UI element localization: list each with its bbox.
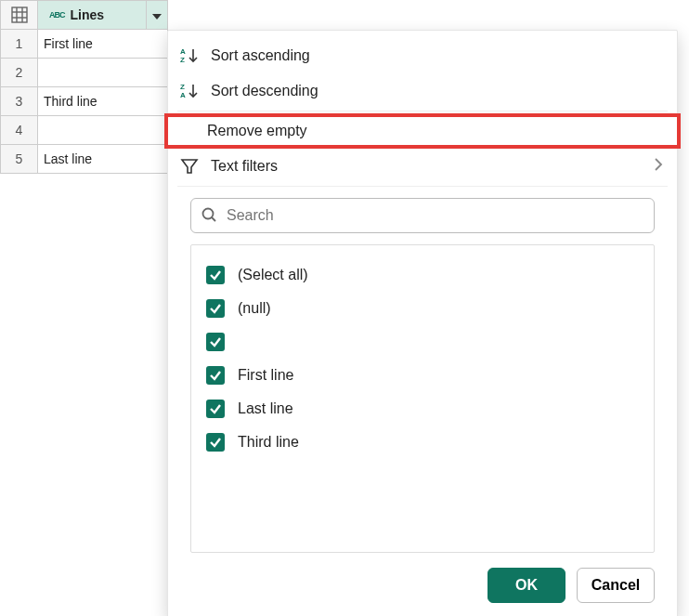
filter-value-item[interactable]: First line [206,359,639,392]
sort-desc-label: Sort descending [211,83,664,99]
checkbox-icon[interactable] [206,266,225,284]
text-filters-label: Text filters [211,158,653,175]
row-number: 5 [1,145,38,174]
filter-value-item[interactable] [206,325,639,359]
text-filters-item[interactable]: Text filters [168,149,677,184]
filter-value-item[interactable]: (null) [206,292,639,325]
search-input[interactable] [225,206,644,225]
filter-value-select-all[interactable]: (Select all) [206,258,639,292]
svg-marker-11 [182,160,197,173]
row-number: 4 [1,116,38,145]
column-dropdown-toggle[interactable] [147,1,168,30]
funnel-icon [177,157,202,176]
search-icon [201,206,217,226]
filter-value-label: Last line [238,400,293,417]
filter-value-label: (null) [238,300,271,317]
table-corner-icon [1,1,38,30]
checkbox-icon[interactable] [206,366,225,385]
filter-value-item[interactable]: Third line [206,426,639,459]
table-row: 5 Last line [1,145,168,174]
table-row: 3 Third line [1,87,168,116]
row-number: 2 [1,59,38,87]
filter-value-label: First line [238,367,293,384]
column-name: Lines [71,7,105,22]
cell[interactable] [38,59,168,87]
chevron-down-icon [152,14,162,20]
column-header-lines[interactable]: ABC Lines [38,1,147,30]
table-row: 1 First line [1,30,168,59]
remove-empty-item[interactable]: Remove empty [164,113,681,149]
sort-desc-icon: Z A [177,82,202,100]
sort-descending-item[interactable]: Z A Sort descending [168,73,677,109]
svg-text:A: A [180,47,186,56]
cell[interactable]: Third line [38,87,168,116]
svg-text:Z: Z [180,56,185,64]
filter-value-label: (Select all) [238,267,308,283]
svg-line-13 [212,217,215,221]
data-grid: ABC Lines 1 First line 2 3 Third line 4 … [0,0,168,174]
cell[interactable]: First line [38,30,168,59]
checkbox-icon[interactable] [206,400,225,418]
svg-point-12 [203,208,214,218]
column-filter-panel: A Z Sort ascending Z A Sort descending R… [167,30,678,616]
cancel-button[interactable]: Cancel [577,568,655,603]
filter-value-item[interactable]: Last line [206,392,639,426]
row-number: 1 [1,30,38,59]
ok-button[interactable]: OK [488,568,566,603]
table-row: 2 [1,59,168,87]
chevron-right-icon [653,157,664,176]
table-row: 4 [1,116,168,145]
svg-rect-0 [12,7,27,22]
svg-text:A: A [180,91,186,99]
checkbox-icon[interactable] [206,299,225,318]
filter-value-label: Third line [238,434,299,451]
filter-values-list: (Select all) (null) First line Last line [190,244,655,553]
filter-search[interactable] [190,198,655,233]
row-number: 3 [1,87,38,116]
menu-separator [177,186,668,187]
menu-separator [177,111,668,111]
sort-asc-icon: A Z [177,46,202,65]
sort-ascending-item[interactable]: A Z Sort ascending [168,38,677,73]
remove-empty-label: Remove empty [207,123,664,139]
checkbox-icon[interactable] [206,433,225,452]
abc-type-icon: ABC [49,10,65,20]
svg-text:Z: Z [180,83,185,91]
cell[interactable] [38,116,168,145]
sort-asc-label: Sort ascending [211,47,664,64]
cell[interactable]: Last line [38,145,168,174]
checkbox-icon[interactable] [206,333,225,351]
